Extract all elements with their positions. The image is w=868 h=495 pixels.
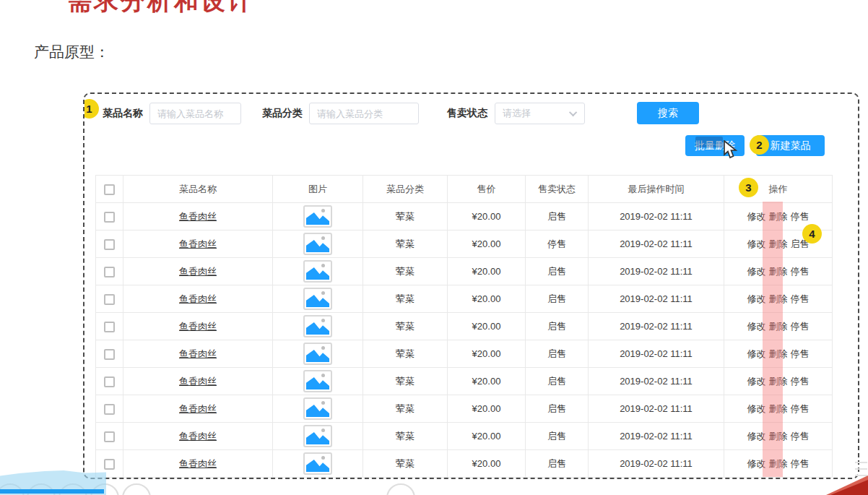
edit-action-link[interactable]: 修改 — [746, 321, 768, 332]
row-checkbox[interactable] — [104, 459, 115, 470]
delete-action-link[interactable]: 删除 — [768, 211, 789, 222]
sun-dot — [321, 346, 325, 350]
dish-price-cell: ¥20.00 — [448, 203, 526, 231]
sale-status-cell: 启售 — [526, 313, 589, 340]
toggle-sale-action-link[interactable]: 停售 — [789, 348, 811, 359]
row-checkbox-cell — [96, 368, 123, 395]
delete-action-link[interactable]: 删除 — [768, 293, 789, 304]
edit-action-link[interactable]: 修改 — [746, 211, 768, 222]
dish-category-cell: 荤菜 — [363, 395, 448, 423]
dish-category-cell: 荤菜 — [363, 340, 448, 368]
dish-category-cell: 荤菜 — [363, 313, 448, 340]
image-placeholder-icon[interactable] — [303, 233, 332, 255]
dish-name-link[interactable]: 鱼香肉丝 — [179, 266, 217, 277]
image-placeholder-icon[interactable] — [303, 425, 332, 447]
sale-status-placeholder: 请选择 — [503, 107, 531, 120]
mountain-shape — [306, 295, 329, 307]
delete-action-link[interactable]: 删除 — [768, 266, 789, 277]
image-placeholder-icon[interactable] — [303, 452, 332, 475]
table-row: 鱼香肉丝荤菜¥20.00启售2019-02-02 11:11修改删除停售 — [96, 340, 833, 368]
delete-action-link[interactable]: 删除 — [768, 376, 789, 387]
row-checkbox-cell — [96, 340, 123, 368]
mountain-shape — [306, 322, 329, 335]
image-placeholder-icon[interactable] — [303, 343, 332, 365]
dish-price-cell: ¥20.00 — [448, 450, 526, 478]
image-placeholder-icon[interactable] — [303, 397, 332, 420]
last-operate-time-cell: 2019-02-02 11:11 — [589, 340, 724, 368]
toggle-sale-action-link[interactable]: 停售 — [789, 321, 811, 332]
table-row: 鱼香肉丝荤菜¥20.00启售2019-02-02 11:11修改删除停售 — [96, 285, 833, 313]
edit-action-link[interactable]: 修改 — [746, 266, 768, 277]
row-checkbox[interactable] — [104, 294, 115, 305]
toggle-sale-action-link[interactable]: 停售 — [789, 403, 811, 414]
sale-status-select[interactable]: 请选择 — [495, 103, 585, 124]
mountain-shape — [306, 377, 329, 389]
edit-action-link[interactable]: 修改 — [746, 431, 768, 442]
sale-status-cell: 启售 — [526, 450, 589, 478]
toggle-sale-action-link[interactable]: 停售 — [789, 458, 811, 469]
dish-name-link[interactable]: 鱼香肉丝 — [179, 211, 217, 222]
table-row: 鱼香肉丝荤菜¥20.00启售2019-02-02 11:11修改删除停售 — [96, 450, 833, 478]
actions-cell: 修改删除停售 — [724, 340, 833, 368]
toggle-sale-action-link[interactable]: 停售 — [789, 431, 811, 442]
row-checkbox-cell — [96, 395, 123, 423]
actions-cell: 修改删除停售 — [724, 258, 833, 285]
dish-name-input[interactable] — [149, 103, 241, 124]
edit-action-link[interactable]: 修改 — [746, 348, 768, 359]
select-all-checkbox[interactable] — [104, 184, 115, 195]
image-placeholder-icon[interactable] — [303, 205, 332, 228]
edit-action-link[interactable]: 修改 — [746, 238, 768, 249]
dish-image-cell — [273, 450, 363, 478]
dish-category-input[interactable] — [309, 103, 419, 124]
mountain-shape — [306, 432, 329, 444]
dish-name-link[interactable]: 鱼香肉丝 — [179, 376, 217, 387]
sale-status-cell: 停售 — [526, 231, 589, 258]
row-checkbox[interactable] — [104, 239, 115, 250]
dish-name-cell: 鱼香肉丝 — [123, 340, 273, 368]
toggle-sale-action-link[interactable]: 停售 — [789, 376, 811, 387]
row-checkbox[interactable] — [104, 431, 115, 442]
edit-action-link[interactable]: 修改 — [746, 293, 768, 304]
image-placeholder-icon[interactable] — [303, 260, 332, 283]
batch-delete-button[interactable]: 批量删除 — [685, 135, 745, 156]
dish-name-link[interactable]: 鱼香肉丝 — [179, 403, 217, 414]
chevron-down-icon — [569, 108, 577, 116]
edit-action-link[interactable]: 修改 — [746, 376, 768, 387]
dish-name-link[interactable]: 鱼香肉丝 — [179, 238, 217, 249]
delete-action-link[interactable]: 删除 — [768, 431, 789, 442]
table-row: 鱼香肉丝荤菜¥20.00启售2019-02-02 11:11修改删除停售 — [96, 423, 833, 450]
delete-action-link[interactable]: 删除 — [768, 348, 789, 359]
dish-name-link[interactable]: 鱼香肉丝 — [179, 293, 217, 304]
search-button[interactable]: 搜索 — [637, 102, 699, 124]
delete-action-link[interactable]: 删除 — [768, 403, 789, 414]
image-placeholder-icon[interactable] — [303, 370, 332, 392]
dish-category-cell: 荤菜 — [363, 285, 448, 313]
delete-action-link[interactable]: 删除 — [768, 238, 789, 249]
edit-action-link[interactable]: 修改 — [746, 403, 768, 414]
sale-status-label: 售卖状态 — [447, 107, 487, 120]
sun-dot — [321, 264, 325, 267]
delete-action-link[interactable]: 删除 — [768, 321, 789, 332]
mountain-shape — [306, 212, 329, 225]
row-checkbox[interactable] — [104, 267, 115, 277]
row-checkbox[interactable] — [104, 376, 115, 387]
dish-name-link[interactable]: 鱼香肉丝 — [179, 458, 217, 469]
dish-category-cell: 荤菜 — [363, 423, 448, 450]
dish-name-link[interactable]: 鱼香肉丝 — [179, 321, 217, 332]
dish-name-link[interactable]: 鱼香肉丝 — [179, 431, 217, 442]
sale-status-cell: 启售 — [526, 258, 589, 285]
toggle-sale-action-link[interactable]: 停售 — [789, 293, 811, 304]
toggle-sale-action-link[interactable]: 停售 — [789, 211, 811, 222]
row-checkbox[interactable] — [104, 349, 115, 360]
image-placeholder-icon[interactable] — [303, 315, 332, 337]
row-checkbox[interactable] — [104, 212, 115, 223]
image-placeholder-icon[interactable] — [303, 288, 332, 310]
table-row: 鱼香肉丝荤菜¥20.00启售2019-02-02 11:11修改删除停售 — [96, 395, 833, 423]
row-checkbox[interactable] — [104, 404, 115, 415]
dish-name-link[interactable]: 鱼香肉丝 — [179, 348, 217, 359]
row-checkbox[interactable] — [104, 322, 115, 332]
dish-price-cell: ¥20.00 — [448, 395, 526, 423]
edit-action-link[interactable]: 修改 — [746, 458, 768, 469]
toggle-sale-action-link[interactable]: 停售 — [789, 266, 811, 277]
delete-action-link[interactable]: 删除 — [768, 458, 789, 469]
